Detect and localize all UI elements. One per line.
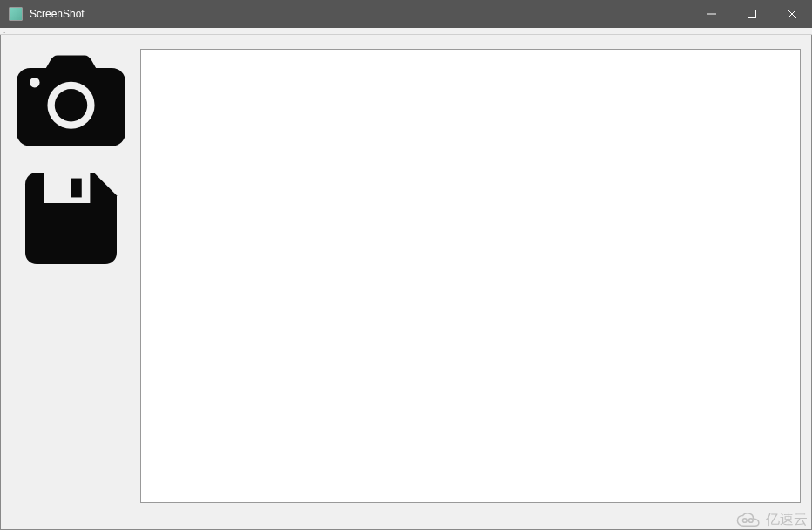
svg-rect-1 [748,10,756,18]
svg-rect-8 [71,178,81,197]
preview-canvas [140,49,801,503]
maximize-icon [748,10,756,18]
window-title: ScreenShot [30,8,85,20]
minimize-icon [707,10,716,18]
maximize-button[interactable] [732,0,772,28]
window-titlebar: ScreenShot [0,0,812,28]
close-icon [788,10,796,18]
svg-point-6 [30,77,39,86]
svg-point-5 [54,88,87,121]
save-icon [17,173,125,264]
menubar: . [0,28,812,35]
preview-area [140,35,811,529]
toolbar [1,35,140,529]
window-controls [692,0,812,28]
capture-button[interactable] [14,52,127,148]
minimize-button[interactable] [692,0,732,28]
camera-icon [17,55,125,146]
app-icon [9,7,23,21]
close-button[interactable] [772,0,812,28]
client-area: 亿速云 [0,35,812,530]
svg-rect-7 [44,173,90,203]
save-button[interactable] [14,170,127,266]
